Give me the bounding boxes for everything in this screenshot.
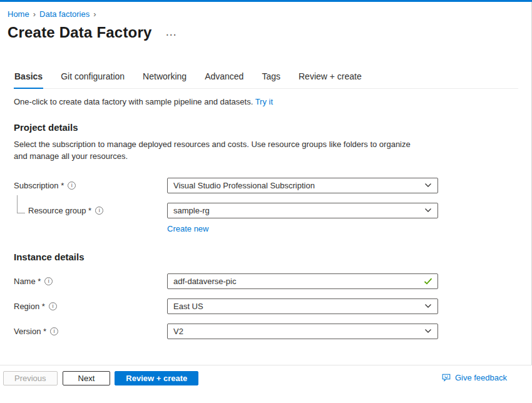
- main-content: Basics Git configuration Networking Adva…: [0, 69, 532, 339]
- info-icon[interactable]: [68, 181, 76, 190]
- info-icon[interactable]: [95, 207, 103, 215]
- subscription-label-col: Subscription *: [14, 181, 167, 190]
- region-value: East US: [173, 302, 203, 311]
- subscription-label: Subscription *: [14, 181, 64, 190]
- page-header: Home Data factories Create Data Factory …: [0, 2, 532, 41]
- title-row: Create Data Factory ⋯: [8, 24, 524, 41]
- resource-group-row: Resource group * sample-rg: [14, 203, 518, 218]
- resource-group-label: Resource group *: [28, 206, 91, 215]
- give-feedback-link[interactable]: Give feedback: [441, 371, 507, 382]
- info-icon[interactable]: [44, 277, 53, 285]
- subscription-row: Subscription * Visual Studio Professiona…: [14, 178, 518, 193]
- breadcrumb-separator-icon: [93, 9, 96, 19]
- breadcrumb-data-factories-link[interactable]: Data factories: [39, 9, 90, 19]
- try-it-link[interactable]: Try it: [255, 97, 273, 106]
- tab-basics[interactable]: Basics: [14, 69, 43, 89]
- version-row: Version * V2: [14, 324, 518, 339]
- chevron-down-icon: [424, 329, 432, 334]
- region-label: Region *: [14, 302, 45, 311]
- name-input-wrap: [167, 273, 438, 289]
- resource-group-label-col: Resource group *: [14, 206, 167, 215]
- intro-row: One-click to create data factory with sa…: [14, 97, 518, 106]
- region-dropdown[interactable]: East US: [167, 298, 438, 314]
- subscription-value: Visual Studio Professional Subscription: [173, 181, 315, 190]
- name-row: Name *: [14, 273, 518, 289]
- tab-review-create[interactable]: Review + create: [298, 69, 362, 89]
- tab-bar: Basics Git configuration Networking Adva…: [14, 69, 518, 89]
- version-label-col: Version *: [14, 327, 167, 336]
- chevron-down-icon: [424, 183, 432, 188]
- chevron-down-icon: [424, 304, 432, 309]
- region-label-col: Region *: [14, 302, 167, 311]
- instance-details-heading: Instance details: [14, 252, 518, 262]
- feedback-icon: [441, 373, 451, 382]
- tab-advanced[interactable]: Advanced: [204, 69, 244, 89]
- name-label: Name *: [14, 277, 41, 286]
- version-label: Version *: [14, 327, 46, 336]
- tab-networking[interactable]: Networking: [142, 69, 187, 89]
- create-data-factory-page: Home Data factories Create Data Factory …: [0, 0, 532, 403]
- footer-action-bar: Previous Next Review + create Give feedb…: [0, 365, 532, 403]
- breadcrumb: Home Data factories: [8, 9, 524, 19]
- name-label-col: Name *: [14, 277, 167, 286]
- info-icon[interactable]: [50, 327, 58, 335]
- create-new-link[interactable]: Create new: [167, 224, 208, 233]
- previous-button[interactable]: Previous: [3, 371, 58, 385]
- subscription-dropdown[interactable]: Visual Studio Professional Subscription: [167, 178, 438, 193]
- version-value: V2: [173, 327, 183, 336]
- next-button[interactable]: Next: [63, 371, 111, 385]
- name-input[interactable]: [167, 273, 438, 289]
- resource-group-value: sample-rg: [173, 206, 210, 215]
- project-details-description: Select the subscription to manage deploy…: [14, 139, 419, 163]
- page-title: Create Data Factory: [8, 24, 152, 41]
- breadcrumb-separator-icon: [33, 9, 36, 19]
- tab-git-configuration[interactable]: Git configuration: [60, 69, 125, 89]
- tab-tags[interactable]: Tags: [261, 69, 281, 89]
- project-details-heading: Project details: [14, 122, 518, 133]
- create-new-row: Create new: [167, 223, 518, 234]
- more-options-icon[interactable]: ⋯: [166, 26, 176, 40]
- chevron-down-icon: [424, 208, 432, 213]
- give-feedback-label: Give feedback: [455, 373, 507, 382]
- breadcrumb-home-link[interactable]: Home: [8, 9, 29, 19]
- hierarchy-connector-line: [17, 195, 25, 213]
- review-create-button[interactable]: Review + create: [115, 371, 198, 385]
- version-dropdown[interactable]: V2: [167, 324, 438, 339]
- intro-text: One-click to create data factory with sa…: [14, 97, 253, 106]
- resource-group-dropdown[interactable]: sample-rg: [167, 203, 438, 218]
- valid-check-icon: [424, 278, 432, 285]
- region-row: Region * East US: [14, 298, 518, 314]
- info-icon[interactable]: [49, 302, 57, 310]
